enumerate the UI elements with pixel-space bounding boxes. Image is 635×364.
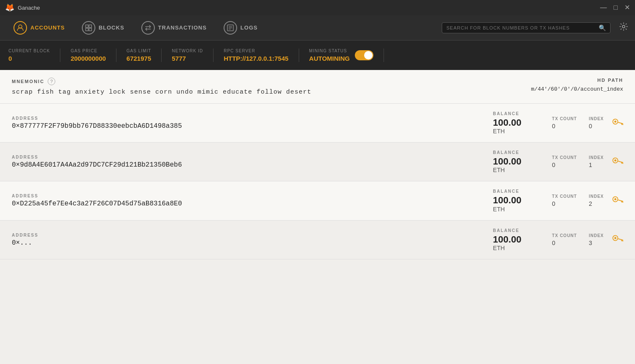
logs-label: LOGS	[240, 24, 258, 31]
tx-count-0: TX COUNT 0	[552, 116, 577, 129]
address-label-3: ADDRESS	[12, 233, 484, 237]
account-meta-1: TX COUNT 0 INDEX 1	[552, 155, 604, 168]
stat-rpc-server: RPC SERVER HTTP://127.0.0.1:7545	[213, 49, 299, 62]
index-2: INDEX 2	[589, 194, 604, 207]
network-id-label: NETWORK ID	[172, 49, 203, 53]
account-address-0: 0×877777F2F79b9bb767D88330eebcbA6D1498a3…	[12, 122, 484, 130]
account-address-3: 0×...	[12, 239, 484, 247]
stat-mining-status: MINING STATUS AUTOMINING	[299, 49, 384, 62]
mnemonic-section: MNEMONIC ? scrap fish tag anxiety lock s…	[0, 70, 635, 104]
balance-value-3: 100.00	[493, 235, 543, 245]
blocks-label: BLOCKS	[99, 24, 124, 31]
account-balance-2: BALANCE 100.00 ETH	[493, 189, 543, 212]
balance-unit-2: ETH	[493, 206, 543, 213]
stat-current-block: CURRENT BLOCK 0	[8, 49, 60, 62]
transactions-label: TRANSACTIONS	[158, 24, 207, 31]
current-block-value: 0	[8, 55, 50, 62]
nav-blocks[interactable]: BLOCKS	[75, 18, 131, 38]
svg-line-24	[622, 202, 623, 203]
nav-accounts[interactable]: ACCOUNTS	[7, 18, 72, 38]
mnemonic-label: MNEMONIC	[12, 79, 44, 84]
search-input[interactable]	[446, 25, 595, 30]
index-1: INDEX 1	[589, 155, 604, 168]
maximize-button[interactable]: □	[613, 4, 618, 11]
svg-rect-2	[89, 25, 92, 27]
rpc-server-value: HTTP://127.0.0.1:7545	[224, 55, 288, 62]
balance-unit-1: ETH	[493, 167, 543, 173]
account-balance-0: BALANCE 100.00 ETH	[493, 111, 543, 135]
account-main-3: ADDRESS 0×...	[12, 233, 484, 247]
key-icon-1[interactable]	[610, 153, 626, 170]
balance-label-0: BALANCE	[493, 111, 543, 116]
account-main-1: ADDRESS 0×9d8A4E6017A4Aa2d97DC7CF29d121B…	[12, 155, 484, 169]
account-row: ADDRESS 0×... BALANCE 100.00 ETH TX COUN…	[0, 221, 635, 259]
account-meta-2: TX COUNT 0 INDEX 2	[552, 194, 604, 207]
svg-line-29	[622, 240, 623, 242]
account-balance-3: BALANCE 100.00 ETH	[493, 228, 543, 251]
mnemonic-help-button[interactable]: ?	[48, 78, 55, 85]
accounts-list: ADDRESS 0×877777F2F79b9bb767D88330eebcbA…	[0, 104, 635, 259]
hdpath-value: m/44'/60'/0'/0/account_index	[531, 86, 623, 92]
account-balance-1: BALANCE 100.00 ETH	[493, 150, 543, 173]
app-title: Ganache	[18, 5, 40, 11]
blocks-icon	[82, 21, 95, 35]
settings-button[interactable]	[619, 22, 628, 33]
balance-unit-0: ETH	[493, 128, 543, 135]
mining-status-value: AUTOMINING	[309, 55, 350, 62]
main-content: MNEMONIC ? scrap fish tag anxiety lock s…	[0, 70, 635, 364]
account-address-1: 0×9d8A4E6017A4Aa2d97DC7CF29d121Bb21350Be…	[12, 161, 484, 169]
mining-status-label: MINING STATUS	[309, 49, 350, 53]
account-main-0: ADDRESS 0×877777F2F79b9bb767D88330eebcbA…	[12, 116, 484, 130]
balance-label-2: BALANCE	[493, 189, 543, 194]
accounts-label: ACCOUNTS	[30, 24, 65, 31]
svg-point-9	[622, 25, 625, 28]
svg-rect-3	[86, 28, 88, 31]
account-meta-3: TX COUNT 0 INDEX 3	[552, 233, 604, 246]
address-label-0: ADDRESS	[12, 116, 484, 121]
mining-toggle-thumb	[364, 51, 373, 59]
key-icon-2[interactable]	[610, 192, 626, 210]
svg-point-21	[614, 198, 617, 201]
title-bar-controls: — □ ✕	[600, 4, 630, 11]
nav-transactions[interactable]: TRANSACTIONS	[135, 18, 213, 38]
gas-price-value: 2000000000	[70, 55, 105, 62]
title-bar-left: 🦊 Ganache	[5, 3, 40, 12]
minimize-button[interactable]: —	[600, 4, 607, 11]
search-icon: 🔍	[599, 24, 606, 31]
hdpath-label: HD PATH	[531, 78, 623, 83]
balance-value-2: 100.00	[493, 195, 543, 205]
title-bar: 🦊 Ganache — □ ✕	[0, 0, 635, 15]
mnemonic-left: MNEMONIC ? scrap fish tag anxiety lock s…	[12, 78, 531, 96]
svg-point-16	[614, 159, 617, 162]
logs-icon	[224, 21, 237, 35]
index-0: INDEX 0	[589, 116, 604, 129]
balance-label-3: BALANCE	[493, 228, 543, 233]
svg-line-28	[621, 240, 622, 241]
network-id-value: 5777	[172, 55, 203, 62]
stat-gas-price: GAS PRICE 2000000000	[60, 49, 116, 62]
app-icon: 🦊	[5, 3, 14, 12]
close-button[interactable]: ✕	[624, 4, 630, 11]
rpc-server-label: RPC SERVER	[224, 49, 288, 53]
svg-point-11	[614, 120, 617, 123]
nav-logs[interactable]: LOGS	[217, 18, 265, 38]
key-icon-0[interactable]	[610, 114, 626, 132]
balance-label-1: BALANCE	[493, 150, 543, 155]
svg-rect-1	[86, 25, 88, 27]
balance-unit-3: ETH	[493, 245, 543, 251]
mnemonic-value: scrap fish tag anxiety lock sense corn u…	[12, 89, 531, 96]
search-bar[interactable]: 🔍	[442, 22, 611, 33]
mining-text: MINING STATUS AUTOMINING	[309, 49, 350, 62]
accounts-icon	[14, 21, 27, 35]
tx-count-3: TX COUNT 0	[552, 233, 577, 246]
address-label-2: ADDRESS	[12, 194, 484, 198]
gas-price-label: GAS PRICE	[70, 49, 105, 53]
tx-count-1: TX COUNT 0	[552, 155, 577, 168]
mining-toggle[interactable]	[355, 50, 373, 60]
current-block-label: CURRENT BLOCK	[8, 49, 50, 53]
address-label-1: ADDRESS	[12, 155, 484, 159]
key-icon-3[interactable]	[610, 231, 626, 248]
index-3: INDEX 3	[589, 233, 604, 246]
account-meta-0: TX COUNT 0 INDEX 0	[552, 116, 604, 129]
gas-limit-label: GAS LIMIT	[127, 49, 151, 53]
